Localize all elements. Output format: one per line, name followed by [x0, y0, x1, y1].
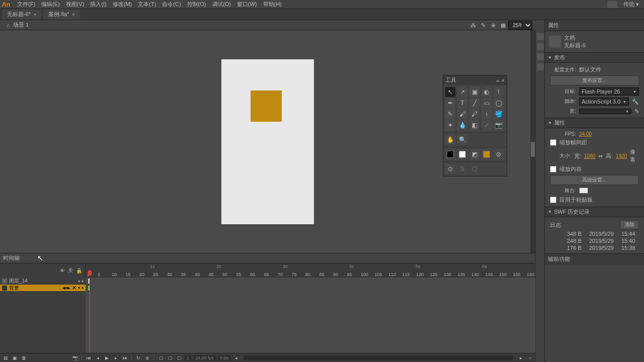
pen-tool[interactable]: ✒: [445, 98, 455, 108]
marker3-icon[interactable]: ▢: [176, 355, 183, 361]
sync-icon[interactable]: [607, 1, 617, 8]
bw-icon[interactable]: ◩: [469, 149, 479, 159]
edit-scene-icon[interactable]: ✎: [479, 22, 487, 29]
height-value[interactable]: 1920: [616, 153, 627, 159]
class-input[interactable]: [579, 109, 631, 114]
doc-tab-1[interactable]: 无标题-6*×: [2, 9, 41, 20]
bone-tool[interactable]: ⟊: [481, 109, 492, 119]
scene-icon[interactable]: ⌂: [4, 22, 12, 29]
zoom-tool[interactable]: 🔍: [457, 135, 467, 145]
visibility-icon[interactable]: 👁: [60, 268, 65, 274]
close-icon[interactable]: ×: [502, 77, 505, 83]
text-tool[interactable]: T: [457, 98, 467, 108]
width-tool[interactable]: ⟋: [481, 120, 492, 130]
menu-file[interactable]: 文件(F): [14, 0, 38, 9]
onion-icon[interactable]: ⊚: [144, 355, 151, 361]
eraser-tool[interactable]: ◧: [469, 120, 479, 130]
goto-last-icon[interactable]: ⏭: [121, 355, 128, 361]
marker-icon[interactable]: ▢: [157, 355, 165, 361]
accessibility-tab[interactable]: 辅助功能: [545, 253, 644, 264]
publish-settings-button[interactable]: 发布设置...: [550, 75, 639, 85]
pencil-icon[interactable]: ✎: [634, 108, 639, 115]
advanced-settings-button[interactable]: 高级设置...: [550, 175, 639, 185]
smooth-icon[interactable]: S: [457, 164, 467, 174]
menu-control[interactable]: 控制(O): [184, 0, 209, 9]
center-icon[interactable]: ⊕: [489, 22, 497, 29]
menu-window[interactable]: 窗口(W): [234, 0, 260, 9]
scale-frames-checkbox[interactable]: [550, 139, 556, 146]
publish-section[interactable]: 发布: [545, 52, 644, 63]
menu-help[interactable]: 帮助(H): [260, 0, 285, 9]
straighten-icon[interactable]: ⬡: [469, 164, 479, 174]
brush-tool[interactable]: 🖌: [457, 109, 467, 119]
rectangle-tool[interactable]: ▭: [481, 98, 492, 108]
oval-tool[interactable]: ◯: [494, 98, 504, 108]
align-icon[interactable]: [537, 33, 544, 40]
scale-content-checkbox[interactable]: [550, 166, 556, 172]
canvas[interactable]: [221, 59, 314, 224]
swf-history-section[interactable]: SWF 历史记录: [545, 207, 644, 217]
timeline-tab[interactable]: 时间轴: [0, 253, 535, 263]
menu-commands[interactable]: 命令(C): [159, 0, 184, 9]
vertical-scrollbar[interactable]: [530, 30, 535, 253]
zoom-select[interactable]: 25%: [508, 21, 532, 30]
clear-button[interactable]: 清除: [620, 220, 639, 229]
menu-edit[interactable]: 编辑(E): [38, 0, 63, 9]
menu-insert[interactable]: 插入(I): [87, 0, 109, 9]
menu-modify[interactable]: 修改(M): [110, 0, 135, 9]
stage-color-swatch[interactable]: [579, 188, 588, 194]
playhead[interactable]: [90, 278, 90, 353]
workspace-switcher[interactable]: 传统 ▾: [620, 0, 642, 9]
bucket-tool[interactable]: 🪣: [494, 109, 504, 119]
library-icon[interactable]: [537, 43, 544, 50]
timeline-tracks[interactable]: [86, 278, 535, 353]
menu-view[interactable]: 视图(V): [63, 0, 88, 9]
stroke-color[interactable]: [445, 149, 455, 159]
clapboard-icon[interactable]: ⁂: [469, 22, 477, 29]
close-icon[interactable]: ×: [72, 12, 74, 17]
loop-icon[interactable]: ↻: [135, 355, 142, 361]
pencil-tool[interactable]: ✎: [445, 109, 455, 119]
attrs-section[interactable]: 属性: [545, 118, 644, 128]
wrench-icon[interactable]: 🔧: [632, 99, 639, 105]
play-icon[interactable]: ▶: [103, 355, 110, 361]
timeline-scrollbar[interactable]: [244, 355, 513, 360]
3d-rotation-tool[interactable]: ◐: [481, 87, 492, 97]
clip-icon[interactable]: ▦: [499, 22, 507, 29]
dropper-tool[interactable]: 💧: [457, 120, 467, 130]
timeline-zoom-icon[interactable]: ⟐: [526, 355, 533, 361]
layer-row[interactable]: 图层_14 • •: [0, 278, 86, 285]
doc-tab-2[interactable]: 案例.fla*×: [43, 9, 79, 20]
menu-debug[interactable]: 调试(D): [209, 0, 234, 9]
new-layer-icon[interactable]: ▤: [2, 355, 9, 361]
frame-number[interactable]: 1: [185, 355, 191, 360]
free-transform-tool[interactable]: ▣: [469, 87, 479, 97]
transform-icon[interactable]: [537, 63, 544, 70]
scene-label[interactable]: 场景 1: [13, 21, 29, 29]
properties-tab[interactable]: 属性: [548, 22, 559, 29]
goto-first-icon[interactable]: ⏮: [85, 355, 92, 361]
script-select[interactable]: ActionScript 3.0: [579, 98, 629, 106]
new-folder-icon[interactable]: ▣: [11, 355, 18, 361]
paint-brush-tool[interactable]: 🖍: [469, 109, 479, 119]
delete-layer-icon[interactable]: 🗑: [20, 355, 27, 361]
apply-paste-checkbox[interactable]: [550, 197, 556, 203]
target-select[interactable]: Flash Player 26: [579, 87, 639, 96]
snap-icon[interactable]: ⊙: [445, 164, 455, 174]
lasso-tool[interactable]: ⌇: [494, 87, 504, 97]
collapse-icon[interactable]: «: [496, 77, 499, 83]
subselection-tool[interactable]: ↗: [457, 87, 467, 97]
hand-tool[interactable]: ✋: [445, 135, 455, 145]
color-icon[interactable]: [537, 53, 544, 60]
swap-colors-icon[interactable]: [457, 149, 467, 159]
step-back-icon[interactable]: ◂: [94, 355, 101, 361]
menu-text[interactable]: 文本(T): [135, 0, 159, 9]
camera-icon[interactable]: 📷: [71, 355, 78, 361]
line-tool[interactable]: ╱: [469, 98, 479, 108]
close-icon[interactable]: ×: [34, 12, 36, 17]
marker2-icon[interactable]: ▢: [167, 355, 174, 361]
width-value[interactable]: 1080: [584, 153, 595, 159]
ink-tool[interactable]: ✦: [445, 120, 455, 130]
selection-tool[interactable]: ↖: [445, 87, 455, 97]
shape-square[interactable]: [251, 90, 282, 122]
